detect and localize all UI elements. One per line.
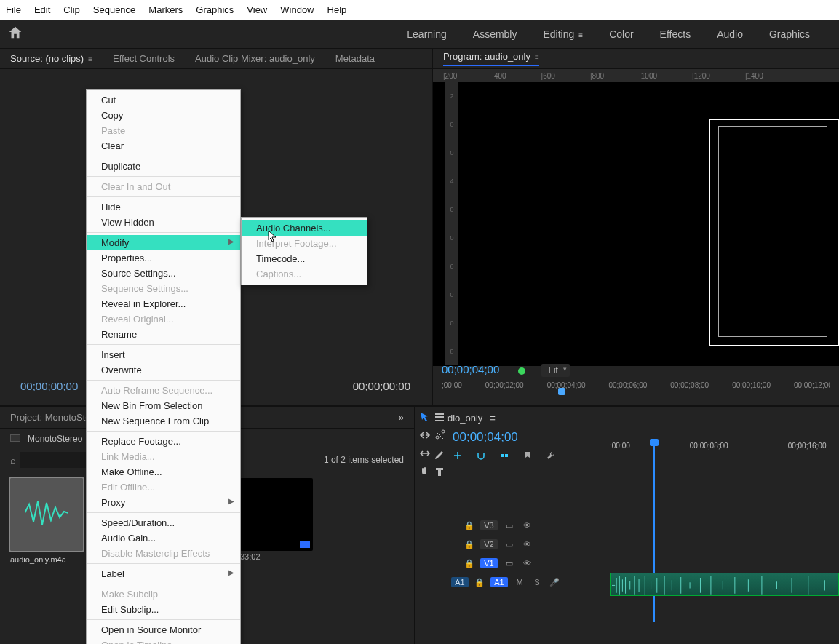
insert-mode-icon[interactable] xyxy=(453,450,463,463)
panel-menu-icon[interactable]: ≡ xyxy=(535,53,539,61)
source-timecode-in[interactable]: 00;00;00;00 xyxy=(20,380,78,392)
workspace-editing[interactable]: Editing≡ xyxy=(543,28,583,40)
solo-button[interactable]: S xyxy=(531,578,543,587)
tab-audio-mixer[interactable]: Audio Clip Mixer: audio_only xyxy=(195,53,315,64)
bin-path[interactable]: MonotoStereo xyxy=(28,434,82,444)
menu-clip[interactable]: Clip xyxy=(63,4,79,15)
timeline-ruler[interactable]: ;00;0000;00;08;0000;00;16;00 xyxy=(610,442,826,450)
menu-item[interactable]: Audio Channels... xyxy=(242,220,367,236)
menu-item[interactable]: Cut xyxy=(87,92,240,108)
bin-icon[interactable] xyxy=(10,434,20,444)
menu-item[interactable]: Replace Footage... xyxy=(87,434,240,449)
menu-item[interactable]: Proxy▶ xyxy=(87,495,240,510)
toggle-output-icon[interactable]: ▭ xyxy=(504,540,515,549)
workspace-audio[interactable]: Audio xyxy=(717,28,743,40)
menu-item[interactable]: Overwrite xyxy=(87,362,240,378)
track-label[interactable]: V2 xyxy=(480,539,498,549)
track-label[interactable]: V1 xyxy=(480,558,498,568)
menu-item[interactable]: Reveal in Explorer... xyxy=(87,296,240,311)
zoom-select[interactable]: Fit xyxy=(541,364,570,377)
workspace-assembly[interactable]: Assembly xyxy=(473,28,517,40)
track-row-v1[interactable]: 🔒V1▭👁 xyxy=(451,554,839,573)
panel-overflow-icon[interactable]: » xyxy=(399,412,404,423)
menu-item[interactable]: Label▶ xyxy=(87,566,240,581)
menu-view[interactable]: View xyxy=(247,4,267,15)
toggle-output-icon[interactable]: ▭ xyxy=(504,559,515,568)
panel-menu-icon[interactable]: ≡ xyxy=(88,55,92,63)
menu-item[interactable]: Duplicate xyxy=(87,159,240,174)
voice-record-icon[interactable]: 🎤 xyxy=(549,578,560,587)
eye-icon[interactable]: 👁 xyxy=(521,521,533,530)
tab-metadata[interactable]: Metadata xyxy=(335,53,375,64)
program-timeline-ruler[interactable]: ;00;0000;00;02;0000;00;04;0000;00;06;000… xyxy=(442,381,830,389)
slip-tool-icon[interactable] xyxy=(419,448,431,461)
panel-menu-icon[interactable]: ≡ xyxy=(490,413,496,424)
ripple-edit-tool-icon[interactable] xyxy=(419,429,431,443)
menu-item[interactable]: Audio Gain... xyxy=(87,530,240,546)
lock-icon[interactable]: 🔒 xyxy=(464,559,474,568)
workspace-graphics[interactable]: Graphics xyxy=(769,28,810,40)
track-select-tool-icon[interactable] xyxy=(434,411,445,425)
menu-window[interactable]: Window xyxy=(280,4,314,15)
track-label[interactable]: V3 xyxy=(480,520,498,530)
menu-item[interactable]: Hide xyxy=(87,199,240,215)
workspace-color[interactable]: Color xyxy=(609,28,633,40)
toggle-output-icon[interactable]: ▭ xyxy=(504,521,515,530)
program-playhead-icon[interactable] xyxy=(558,388,565,395)
audio-clip[interactable] xyxy=(610,573,839,596)
menu-sequence[interactable]: Sequence xyxy=(93,4,136,15)
workspace-learning[interactable]: Learning xyxy=(407,28,447,40)
lock-icon[interactable]: 🔒 xyxy=(474,578,485,587)
track-row-v2[interactable]: 🔒V2▭👁 xyxy=(451,535,839,554)
menu-item[interactable]: View Hidden xyxy=(87,215,240,230)
lock-icon[interactable]: 🔒 xyxy=(464,540,474,549)
menu-item[interactable]: New Sequence From Clip xyxy=(87,413,240,429)
tab-program[interactable]: Program: audio_only≡ xyxy=(443,51,539,66)
mute-button[interactable]: M xyxy=(514,578,525,587)
snap-icon[interactable] xyxy=(476,450,486,463)
razor-tool-icon[interactable] xyxy=(434,429,445,443)
eye-icon[interactable]: 👁 xyxy=(521,540,533,549)
lock-icon[interactable]: 🔒 xyxy=(464,521,474,530)
menu-item[interactable]: New Bin From Selection xyxy=(87,398,240,413)
marker-icon[interactable] xyxy=(522,450,533,463)
menu-item[interactable]: Copy xyxy=(87,108,240,123)
menu-item[interactable]: Speed/Duration... xyxy=(87,515,240,530)
workspace-effects[interactable]: Effects xyxy=(660,28,691,40)
tab-effect-controls[interactable]: Effect Controls xyxy=(113,53,175,64)
source-patch[interactable]: A1 xyxy=(451,577,469,587)
menu-item[interactable]: Timecode... xyxy=(242,251,367,266)
menu-item[interactable]: Edit Subclip... xyxy=(87,602,240,617)
menu-item[interactable]: Insert xyxy=(87,347,240,362)
home-icon[interactable] xyxy=(7,25,23,43)
menu-item[interactable]: Properties... xyxy=(87,250,240,266)
menu-markers[interactable]: Markers xyxy=(148,4,183,15)
menu-item: Make Subclip xyxy=(87,587,240,602)
menu-item[interactable]: Make Offline... xyxy=(87,464,240,480)
pen-tool-icon[interactable] xyxy=(434,448,445,461)
linked-selection-icon[interactable] xyxy=(499,450,509,463)
program-viewer[interactable] xyxy=(433,82,839,366)
track-label[interactable]: A1 xyxy=(490,577,508,587)
menu-help[interactable]: Help xyxy=(327,4,347,15)
type-tool-icon[interactable] xyxy=(434,466,445,480)
menu-graphics[interactable]: Graphics xyxy=(196,4,234,15)
menu-item: Reveal Original... xyxy=(87,311,240,327)
menu-file[interactable]: File xyxy=(6,4,21,15)
menu-item[interactable]: Clear xyxy=(87,138,240,154)
workspace-menu-icon[interactable]: ≡ xyxy=(578,31,583,39)
clip-item[interactable]: audio_only.m4a xyxy=(10,478,83,564)
track-row-v3[interactable]: 🔒V3▭👁 xyxy=(451,516,839,535)
hand-tool-icon[interactable] xyxy=(419,466,431,480)
submenu-arrow-icon: ▶ xyxy=(228,497,234,505)
tab-source[interactable]: Source: (no clips)≡ xyxy=(10,53,92,64)
eye-icon[interactable]: 👁 xyxy=(521,559,533,568)
wrench-icon[interactable] xyxy=(546,450,556,463)
menu-item[interactable]: Source Settings... xyxy=(87,266,240,281)
clip-item[interactable]: 33;02 xyxy=(240,478,313,564)
menu-item[interactable]: Modify▶ xyxy=(87,235,240,250)
selection-tool-icon[interactable] xyxy=(419,411,431,425)
menu-item[interactable]: Open in Source Monitor xyxy=(87,622,240,637)
menu-edit[interactable]: Edit xyxy=(34,4,50,15)
menu-item[interactable]: Rename xyxy=(87,327,240,342)
